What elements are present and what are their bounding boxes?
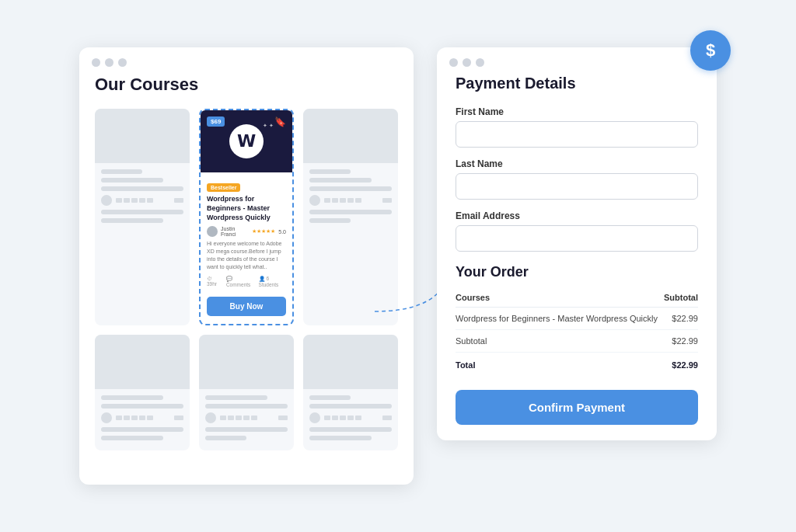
ph-body-5 [199, 389, 294, 450]
ph-rating-dot [324, 198, 330, 203]
ph-line [101, 436, 163, 440]
card-title: Wordpress for Beginners - Master Wordpre… [207, 195, 286, 222]
ph-line [101, 169, 142, 174]
author-name: Justin Franci [221, 226, 249, 237]
ph-rating-dot [147, 198, 153, 203]
ph-rating-dot [124, 416, 130, 420]
status-badge: Bestseller [207, 183, 240, 192]
meta-students: 👤 6 Students [259, 276, 286, 287]
first-name-group: First Name [456, 106, 698, 148]
card-description: Hi everyone welcome to Adobe XD mega cou… [207, 240, 286, 270]
ph-rating-dot [220, 416, 226, 420]
ph-line [101, 395, 163, 400]
ph-rating-val [174, 198, 183, 203]
right-content: Payment Details First Name Last Name Ema… [437, 75, 717, 376]
ph-line [101, 218, 163, 223]
ph-rating [116, 198, 170, 203]
table-header-row: Courses Subtotal [456, 288, 698, 308]
ph-line [205, 395, 267, 400]
ph-avatar-row [101, 412, 183, 423]
first-name-label: First Name [456, 106, 698, 117]
meta-comments: 💬 Comments [226, 276, 254, 287]
ph-img-4 [95, 335, 190, 389]
email-group: Email Address [456, 210, 698, 252]
ph-rating-dot [332, 198, 338, 203]
card-author-row: Justin Franci ★★★★★ 5.0 [207, 226, 286, 237]
email-label: Email Address [456, 210, 698, 221]
total-label: Total [456, 353, 663, 377]
rating-stars: ★★★★★ [252, 228, 275, 235]
email-input[interactable] [456, 225, 698, 252]
titlebar-dot-3 [118, 58, 127, 67]
ph-img-6 [303, 335, 398, 389]
window-titlebar [79, 47, 414, 75]
ph-rating-dot [116, 198, 122, 203]
table-row: Wordpress for Beginners - Master Wordpre… [456, 308, 698, 330]
placeholder-card-6 [303, 335, 398, 450]
total-value: $22.99 [663, 353, 698, 377]
first-name-input[interactable] [456, 121, 698, 148]
ph-body-3 [303, 163, 398, 233]
ph-rating-dot [236, 416, 242, 420]
ph-rating [324, 198, 379, 203]
last-name-label: Last Name [456, 158, 698, 169]
ph-avatar [205, 412, 216, 423]
card-body: Bestseller Wordpress for Beginners - Mas… [201, 172, 292, 296]
ph-rating-dot [340, 198, 346, 203]
last-name-group: Last Name [456, 158, 698, 200]
ph-line [205, 427, 288, 432]
ph-line [309, 218, 351, 223]
ph-rating-dot [347, 198, 354, 203]
ph-img-1 [95, 109, 190, 163]
col-courses-header: Courses [456, 288, 663, 308]
ph-avatar-row [309, 195, 392, 206]
ph-rating-dot [139, 198, 145, 203]
ph-rating-dot [347, 416, 354, 420]
ph-body-1 [95, 163, 190, 233]
wp-logo: 𝗪 [229, 124, 264, 158]
ph-line [205, 404, 288, 409]
placeholder-card-1 [95, 109, 190, 325]
ph-line [101, 178, 163, 183]
ph-line [309, 436, 372, 440]
ph-rating-dot [228, 416, 234, 420]
ph-line [309, 404, 392, 409]
ph-avatar [309, 412, 320, 423]
your-order-title: Your Order [456, 264, 698, 280]
ph-rating-dot [131, 416, 138, 420]
ph-rating [220, 416, 274, 420]
placeholder-card-3 [303, 109, 398, 325]
ph-line [101, 427, 183, 432]
ph-line [309, 395, 351, 400]
subtotal-row: Subtotal $22.99 [456, 330, 698, 353]
course-price-cell: $22.99 [663, 308, 698, 330]
order-table: Courses Subtotal Wordpress for Beginners… [456, 288, 698, 376]
ph-rating-val [382, 198, 392, 203]
ph-avatar [101, 412, 112, 423]
titlebar-dot-r1 [449, 58, 458, 67]
ph-avatar [101, 195, 112, 206]
confirm-payment-button[interactable]: Confirm Payment [456, 390, 698, 425]
price-badge: $69 [207, 116, 225, 127]
ph-rating-dot [243, 416, 250, 420]
ph-body-4 [95, 389, 190, 450]
ph-body-6 [303, 389, 398, 450]
placeholder-card-4 [95, 335, 190, 450]
rating-value: 5.0 [278, 229, 286, 235]
ph-rating-dot [131, 198, 138, 203]
right-window-titlebar [437, 47, 717, 75]
ph-rating [324, 416, 379, 420]
ph-avatar-row [309, 412, 392, 423]
titlebar-dot-r3 [476, 58, 484, 67]
scene: Our Courses [79, 47, 717, 484]
last-name-input[interactable] [456, 173, 698, 200]
left-window: Our Courses [79, 47, 414, 484]
total-row: Total $22.99 [456, 353, 698, 377]
ph-img-5 [199, 335, 294, 389]
ph-rating-dot [324, 416, 330, 420]
ph-line [205, 436, 246, 440]
left-window-content: Our Courses [79, 75, 414, 465]
buy-now-button[interactable]: Buy Now [207, 297, 286, 316]
page-title: Our Courses [95, 75, 398, 95]
titlebar-dot-r2 [463, 58, 471, 67]
